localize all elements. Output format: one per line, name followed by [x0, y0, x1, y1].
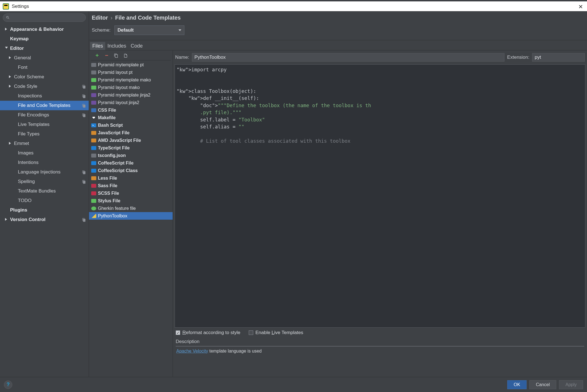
template-item-label: PythonToolbox [98, 213, 127, 219]
velocity-link[interactable]: Apache Velocity [176, 349, 208, 353]
template-item[interactable]: Pyramid layout jinja2 [89, 99, 173, 106]
chevron-down-icon [179, 29, 181, 31]
template-item[interactable]: Sass File [89, 182, 173, 189]
template-item[interactable]: tsconfig.json [89, 152, 173, 159]
checkbox-box: ✓ [176, 330, 180, 335]
tree-item-label: Images [18, 150, 34, 156]
template-item-label: Pyramid layout pt [98, 70, 133, 75]
ok-button[interactable]: OK [507, 380, 527, 389]
tree-item[interactable]: Code Style [0, 82, 89, 91]
template-item[interactable]: JavaScript File [89, 129, 173, 137]
template-item[interactable]: Pyramid mytemplate pt [89, 61, 173, 69]
editor-area: Name: Extension: "kw">import arcpy "kw">… [173, 50, 587, 377]
cancel-button[interactable]: Cancel [529, 380, 556, 389]
chevron-right-icon [9, 85, 12, 88]
template-item-label: Pyramid mytemplate pt [98, 62, 144, 67]
tree-item[interactable]: Intentions [0, 158, 89, 167]
revert-template-button[interactable] [123, 53, 128, 58]
template-item[interactable]: Pyramid layout pt [89, 69, 173, 76]
tab-code[interactable]: Code [128, 42, 145, 50]
template-item[interactable]: Gherkin feature file [89, 205, 173, 212]
copy-template-button[interactable] [114, 53, 119, 58]
reformat-checkbox[interactable]: ✓ Reformat according to style [176, 330, 240, 335]
tree-item[interactable]: Plugins [0, 205, 89, 215]
template-item-label: tsconfig.json [98, 153, 126, 158]
project-scope-icon [82, 94, 86, 98]
tree-item[interactable]: Language Injections [0, 167, 89, 177]
remove-template-button[interactable]: − [104, 53, 109, 58]
template-item[interactable]: CSS File [89, 106, 173, 114]
close-button[interactable]: ✕ [576, 3, 585, 11]
template-item[interactable]: Pyramid mytemplate jinja2 [89, 91, 173, 99]
scheme-select[interactable]: Default [114, 25, 184, 35]
tab-files[interactable]: Files [90, 42, 105, 50]
template-item-label: CSS File [98, 108, 116, 113]
name-label: Name: [175, 55, 189, 60]
template-item[interactable]: SCSS File [89, 189, 173, 197]
tree-item-label: Spelling [18, 179, 35, 184]
content-area: Editor › File and Code Templates Scheme:… [89, 11, 587, 377]
tree-item[interactable]: File and Code Templates [0, 101, 89, 110]
tree-item-label: Live Templates [18, 122, 50, 127]
file-type-icon [91, 123, 96, 127]
tree-item[interactable]: Font [0, 63, 89, 72]
template-item[interactable]: Pyramid layout mako [89, 84, 173, 91]
tree-item[interactable]: TextMate Bundles [0, 186, 89, 196]
file-type-icon [91, 86, 96, 90]
template-item[interactable]: TypeScript File [89, 144, 173, 152]
tree-item-label: General [14, 55, 31, 61]
template-item-label: Pyramid mytemplate mako [98, 78, 151, 83]
project-scope-icon [82, 180, 86, 184]
tree-item[interactable]: Version Control [0, 215, 89, 224]
tree-item-label: Code Style [14, 84, 37, 89]
template-item[interactable]: PythonToolbox [89, 212, 173, 220]
search-input[interactable] [3, 13, 86, 22]
file-type-icon [91, 161, 96, 165]
template-item[interactable]: Stylus File [89, 197, 173, 205]
settings-tree[interactable]: Appearance & BehaviorKeymapEditorGeneral… [0, 24, 89, 377]
live-templates-checkbox[interactable]: Enable Live Templates [249, 330, 303, 335]
template-item[interactable]: Makefile [89, 114, 173, 121]
tree-item[interactable]: File Types [0, 129, 89, 139]
template-item-label: TypeScript File [98, 145, 130, 151]
add-template-button[interactable]: + [95, 53, 100, 58]
extension-input[interactable] [532, 53, 585, 62]
file-type-icon [91, 139, 96, 142]
tree-item[interactable]: Spelling [0, 177, 89, 186]
code-editor[interactable]: "kw">import arcpy "kw">class Toolbox(obj… [175, 64, 585, 328]
template-item[interactable]: CoffeeScript File [89, 159, 173, 167]
tree-item[interactable]: Emmet [0, 139, 89, 148]
template-item[interactable]: AMD JavaScript File [89, 137, 173, 144]
tree-item[interactable]: TODO [0, 196, 89, 205]
tree-item[interactable]: Editor [0, 44, 89, 53]
scheme-label: Scheme: [92, 27, 111, 33]
template-list[interactable]: Pyramid mytemplate ptPyramid layout ptPy… [89, 60, 173, 377]
help-button[interactable]: ? [4, 381, 12, 389]
template-item[interactable]: Less File [89, 174, 173, 182]
tree-item[interactable]: Keymap [0, 34, 89, 44]
tab-includes[interactable]: Includes [105, 42, 128, 50]
tree-item-label: Version Control [10, 217, 46, 222]
breadcrumb-leaf: File and Code Templates [115, 15, 181, 21]
extension-label: Extension: [507, 55, 529, 60]
chevron-right-icon [9, 142, 12, 145]
template-item[interactable]: Pyramid mytemplate mako [89, 76, 173, 84]
tree-item[interactable]: General [0, 53, 89, 63]
tree-item[interactable]: Color Scheme [0, 72, 89, 82]
live-templates-label: Enable Live Templates [255, 330, 303, 335]
tree-item[interactable]: Images [0, 148, 89, 158]
template-item[interactable]: Bash Script [89, 121, 173, 129]
tree-item[interactable]: Inspections [0, 91, 89, 101]
name-input[interactable] [192, 53, 504, 62]
chevron-down-icon [5, 47, 8, 50]
file-type-icon [91, 176, 96, 180]
tree-item[interactable]: File Encodings [0, 110, 89, 120]
template-item[interactable]: CoffeeScript Class [89, 167, 173, 174]
app-icon [3, 3, 9, 10]
tree-item[interactable]: Live Templates [0, 120, 89, 129]
apply-button[interactable]: Apply [559, 380, 583, 389]
chevron-right-icon [9, 56, 12, 60]
tree-item-label: TextMate Bundles [18, 188, 56, 194]
tree-item[interactable]: Appearance & Behavior [0, 25, 89, 34]
name-row: Name: Extension: [173, 50, 587, 64]
